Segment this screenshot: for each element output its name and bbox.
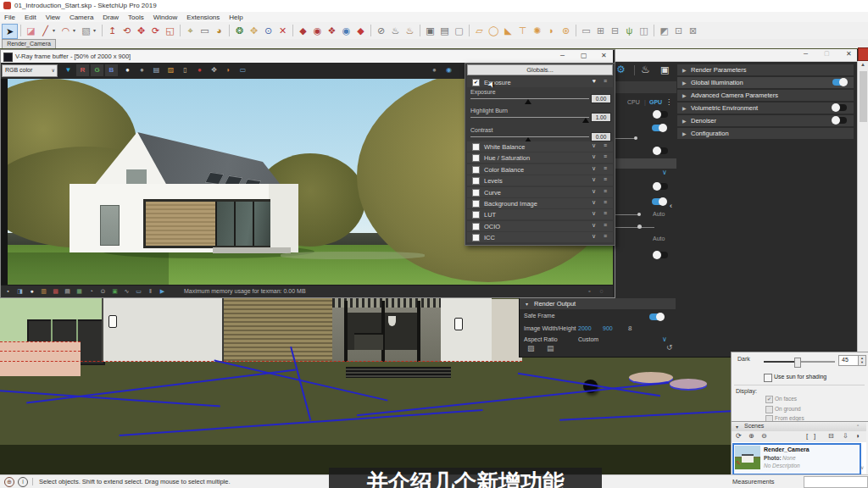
collapse-panel-icon[interactable]: ‹: [670, 202, 672, 210]
push-pull-tool-icon[interactable]: ↥: [105, 24, 120, 37]
add-scene-icon[interactable]: ⊕: [748, 432, 754, 440]
exposure-value[interactable]: 0.00: [591, 94, 611, 103]
fbb-grid-icon[interactable]: ▦: [74, 286, 85, 297]
chevron-expand-icon[interactable]: ∨: [592, 165, 596, 172]
fbb-histogram-icon[interactable]: ▥: [38, 286, 49, 297]
gpu-engine-button[interactable]: GPU: [649, 99, 662, 105]
vfb-close-button[interactable]: ✕: [601, 52, 607, 59]
fbb-play-icon[interactable]: ▶: [157, 286, 168, 297]
render-output-header[interactable]: ▾ Render Output: [520, 298, 676, 309]
layer-menu-icon[interactable]: ≡: [604, 188, 607, 194]
blue-channel-button[interactable]: B: [105, 64, 118, 76]
exposure-checkbox[interactable]: ✔: [472, 79, 480, 86]
ro-save-icon[interactable]: ▤: [547, 344, 554, 352]
fbb-ab-swipe-icon[interactable]: ◨: [14, 286, 25, 297]
ae-mini-slider-2[interactable]: [615, 214, 639, 215]
globals-item-curve[interactable]: Curve∨≡: [467, 187, 613, 197]
global-illumination-toggle[interactable]: [832, 79, 847, 86]
chevron-expand-icon[interactable]: ∨: [592, 142, 596, 149]
gray-circle-icon[interactable]: ●: [428, 64, 441, 76]
layer-menu-icon[interactable]: ≡: [604, 210, 607, 216]
globals-item-background-image[interactable]: Background Image∨≡: [467, 198, 613, 208]
ae-mini-slider-knob[interactable]: [634, 136, 637, 140]
globals-item-icc[interactable]: ICC∨≡: [467, 232, 613, 242]
tape-measure-tool-icon[interactable]: ⌖: [183, 24, 198, 37]
chevron-expand-icon[interactable]: ∨: [592, 222, 596, 229]
vray-spot-light-icon[interactable]: ◣: [501, 24, 515, 37]
fbb-right-a-icon[interactable]: ▫: [584, 286, 595, 297]
vray-proxy-export-icon[interactable]: ⊞: [593, 24, 608, 37]
layer-menu-icon[interactable]: ≡: [604, 176, 607, 182]
menu-view[interactable]: View: [46, 14, 60, 21]
scene-item-render-camera[interactable]: ✎ Render_Camera Photo: None No Descripti…: [732, 443, 861, 475]
scroll-up-icon[interactable]: ▲: [860, 62, 865, 67]
vfb-titlebar[interactable]: V-Ray frame buffer - [50% of 2000 x 900]…: [1, 50, 613, 63]
section-volumetric-environment[interactable]: ▶ Volumetric Environment: [677, 103, 854, 114]
vray-plane-light-icon[interactable]: ▱: [472, 24, 487, 37]
ae-toggle-3[interactable]: [654, 147, 668, 154]
eraser-tool-icon[interactable]: ◪: [24, 24, 38, 37]
image-width-value[interactable]: 2000: [578, 325, 592, 331]
vray-render-teapot-icon[interactable]: ♨: [388, 24, 403, 37]
scenes-collapse-icon[interactable]: ▫: [857, 423, 859, 428]
render-teapot-icon[interactable]: ♨: [641, 64, 650, 75]
aspect-chevron-icon[interactable]: ∨: [662, 336, 667, 343]
srgb-toggle-icon[interactable]: ●: [121, 64, 134, 76]
chevron-expand-icon[interactable]: ∨: [592, 210, 596, 217]
vfb-minimize-button[interactable]: –: [560, 51, 565, 59]
globals-item-levels[interactable]: Levels∨≡: [467, 175, 613, 186]
section-configuration[interactable]: ▶ Configuration: [677, 128, 854, 139]
channel-dropdown[interactable]: RGB color ∨: [2, 64, 58, 77]
line-tool-icon[interactable]: ╱: [38, 24, 53, 37]
on-faces-checkbox[interactable]: ✔: [765, 396, 773, 403]
globals-item-color-balance[interactable]: Color Balance∨≡: [467, 164, 613, 175]
menu-help[interactable]: Help: [229, 14, 242, 21]
asset-editor-minimize-button[interactable]: –: [804, 49, 808, 58]
vray-sphere-light-icon[interactable]: ◯: [487, 24, 501, 37]
vray-render-cluster-icon[interactable]: ❖: [325, 24, 339, 37]
ro-folder-icon[interactable]: ▨: [527, 344, 535, 352]
chevron-expand-icon[interactable]: ∨: [592, 153, 596, 160]
red-channel-button[interactable]: R: [76, 64, 89, 76]
on-ground-checkbox[interactable]: [765, 406, 773, 413]
highlight-burn-value[interactable]: 1.00: [591, 113, 611, 122]
layer-menu-icon[interactable]: ≡: [604, 222, 607, 228]
fbb-target-icon[interactable]: ⊙: [97, 286, 108, 297]
arc-tool-icon[interactable]: ◠: [58, 24, 73, 37]
volumetric-environment-toggle[interactable]: [832, 104, 847, 111]
ae-slider-3[interactable]: [615, 227, 654, 228]
chevron-expand-icon[interactable]: ∨: [592, 199, 596, 206]
safe-frame-toggle[interactable]: [649, 313, 664, 320]
fbb-color-icon[interactable]: ▩: [50, 286, 61, 297]
globals-item-white-balance[interactable]: White Balance∨≡: [467, 141, 613, 152]
asset-editor-close-button[interactable]: ✕: [846, 50, 852, 58]
layer-menu-icon[interactable]: ≡: [604, 153, 607, 159]
globals-item-hue-saturation[interactable]: Hue / Saturation∨≡: [467, 152, 613, 163]
blue-circle-icon[interactable]: ◉: [442, 64, 455, 76]
rectangle-tool-icon[interactable]: ▧: [79, 24, 93, 37]
item-checkbox[interactable]: [472, 200, 480, 208]
offset-tool-icon[interactable]: ◱: [163, 24, 177, 37]
fbb-bar-icon[interactable]: ▭: [133, 286, 144, 297]
details-arrow-icon[interactable]: ◗: [856, 432, 860, 440]
vray-lock-camera-icon[interactable]: ▢: [452, 24, 466, 37]
item-checkbox[interactable]: [472, 166, 480, 174]
fbb-curve-icon[interactable]: ∿: [121, 286, 132, 297]
globals-item-ocio[interactable]: OCIO∨≡: [467, 221, 613, 231]
vray-dome-light-icon[interactable]: ◗: [544, 24, 559, 37]
menu-edit[interactable]: Edit: [25, 14, 36, 21]
fbb-save-icon[interactable]: ▤: [62, 286, 73, 297]
follow-me-tool-icon[interactable]: ⟲: [120, 24, 134, 37]
layer-menu-icon[interactable]: ≡: [604, 78, 607, 84]
denoiser-toggle[interactable]: [832, 117, 847, 124]
vray-infinite-plane-icon[interactable]: ▭: [579, 24, 593, 37]
globals-item-lut[interactable]: LUT∨≡: [467, 209, 613, 219]
ae-toggle-4[interactable]: [654, 183, 668, 190]
vray-asset-editor-icon[interactable]: ◆: [296, 24, 310, 37]
asset-editor-scrollbar[interactable]: ▲: [857, 61, 868, 356]
ae-toggle-1[interactable]: [654, 111, 668, 118]
menu-window[interactable]: Window: [153, 14, 177, 21]
orbit-tool-icon[interactable]: ❂: [232, 24, 247, 37]
vray-omni-light-icon[interactable]: ✺: [530, 24, 544, 37]
kebab-menu-icon[interactable]: ⋮: [665, 98, 672, 106]
